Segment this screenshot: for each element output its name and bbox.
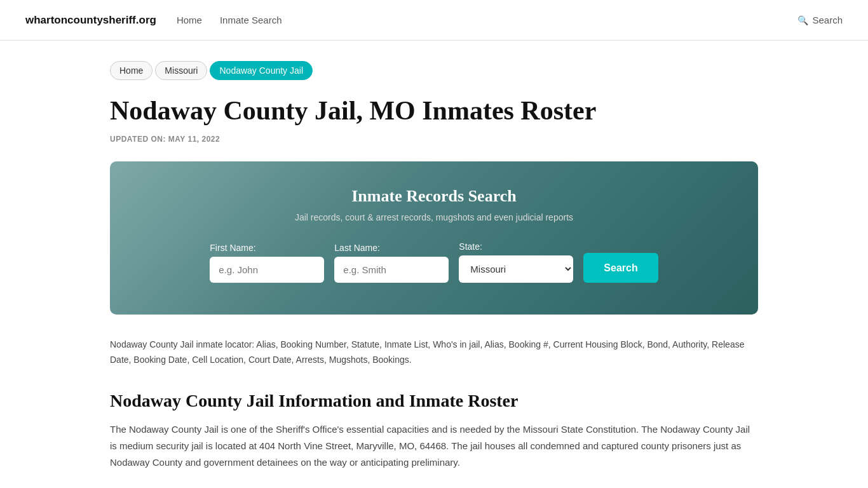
first-name-group: First Name:: [210, 243, 324, 283]
last-name-group: Last Name:: [334, 243, 449, 283]
header-search[interactable]: 🔍 Search: [797, 15, 843, 25]
main-nav: Home Inmate Search: [177, 15, 778, 25]
last-name-label: Last Name:: [334, 243, 380, 253]
breadcrumb-home[interactable]: Home: [110, 61, 153, 80]
page-title: Nodaway County Jail, MO Inmates Roster: [110, 95, 758, 126]
search-label: Search: [812, 15, 843, 25]
description-text: Nodaway County Jail inmate locator: Alia…: [110, 337, 758, 368]
section-heading: Nodaway County Jail Information and Inma…: [110, 391, 758, 411]
last-name-input[interactable]: [334, 257, 449, 283]
state-select[interactable]: Missouri Alabama Alaska Arizona Arkansas…: [459, 255, 573, 283]
nav-home-link[interactable]: Home: [177, 15, 202, 25]
site-header: whartoncountysheriff.org Home Inmate Sea…: [0, 0, 868, 41]
state-group: State: Missouri Alabama Alaska Arizona A…: [459, 241, 573, 283]
search-widget: Inmate Records Search Jail records, cour…: [110, 161, 758, 315]
search-icon: 🔍: [797, 15, 808, 25]
inmate-search-form: First Name: Last Name: State: Missouri A…: [148, 241, 720, 283]
state-label: State:: [459, 241, 482, 252]
updated-label: UPDATED ON: MAY 11, 2022: [110, 135, 758, 144]
search-button[interactable]: Search: [583, 253, 658, 283]
widget-subtitle: Jail records, court & arrest records, mu…: [148, 212, 720, 222]
first-name-input[interactable]: [210, 257, 324, 283]
nav-inmate-search-link[interactable]: Inmate Search: [220, 15, 282, 25]
site-logo[interactable]: whartoncountysheriff.org: [25, 14, 156, 27]
widget-title: Inmate Records Search: [148, 187, 720, 206]
breadcrumb-nodaway[interactable]: Nodaway County Jail: [210, 61, 313, 80]
main-content: Home Missouri Nodaway County Jail Nodawa…: [85, 41, 783, 488]
breadcrumb-missouri[interactable]: Missouri: [155, 61, 207, 80]
breadcrumb: Home Missouri Nodaway County Jail: [110, 61, 758, 80]
first-name-label: First Name:: [210, 243, 255, 253]
section-text: The Nodaway County Jail is one of the Sh…: [110, 421, 758, 471]
